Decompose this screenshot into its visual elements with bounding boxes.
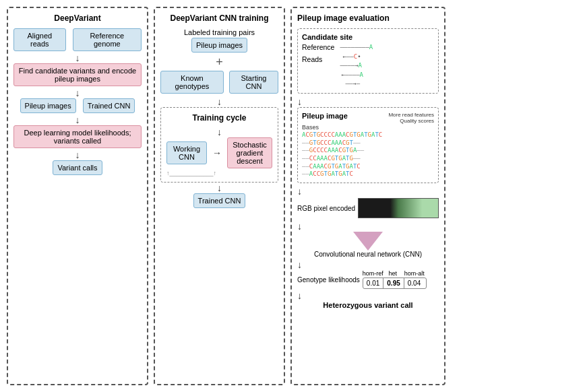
quality-scores-label: Quality scores — [388, 118, 434, 124]
left-top-row: Aligned reads Reference genome — [13, 28, 142, 51]
read3-line: ——CCAAACGTGATG—— — [302, 155, 434, 163]
genotype-row: Genotype likelihoods hom-ref het hom-alt… — [297, 270, 427, 289]
het-value: 0.95 — [383, 278, 404, 288]
right-arrow4: ↓ — [297, 260, 302, 269]
starting-cnn-box: Starting CNN — [229, 71, 278, 94]
genotype-label: Genotype likelihoods — [297, 276, 360, 284]
hom-ref-header: hom-ref — [363, 270, 383, 277]
right-arrow2: ↓ — [297, 187, 302, 196]
training-cycle-title: Training cycle — [192, 113, 246, 123]
pileup-images-box: Pileup images — [20, 98, 76, 113]
hom-alt-value: 0.04 — [404, 278, 424, 288]
mid-row2: Known genotypes Starting CNN — [160, 71, 278, 94]
working-cnn-box: Working CNN — [166, 141, 207, 164]
trained-cnn-left-box: Trained CNN — [83, 98, 135, 113]
back-arrow-hint: ↑_____________↑ — [166, 170, 216, 176]
dna-sequences: ACGTGCCCCAAACGTGATGATC ——GTGCCCAAACGT—— … — [302, 131, 434, 178]
deep-learning-box: Deep learning model likelihoods; variant… — [13, 125, 142, 148]
pileup-image-title: Pileup image — [302, 112, 348, 120]
genotype-headers: hom-ref het hom-alt — [363, 270, 427, 277]
reads-label: Reads — [302, 55, 334, 63]
find-candidate-box: Find candidate variants and encode pileu… — [13, 63, 142, 86]
rgb-label: RGB pixel encoded — [297, 205, 355, 212]
hom-alt-header: hom-alt — [402, 270, 427, 277]
mid-trained-cnn-box: Trained CNN — [193, 193, 246, 208]
training-cycle-box: Training cycle ↓ Working CNN → Stochasti… — [160, 107, 278, 183]
right-arrow5: ↓ — [297, 291, 302, 300]
left-panel: DeepVariant Aligned reads Reference geno… — [7, 7, 148, 385]
cnn-label: Convolutional neural network (CNN) — [314, 251, 422, 258]
read2-line: ——GCCCCAAACGTGA—— — [302, 147, 434, 155]
arrow4: ↓ — [75, 150, 80, 160]
read5-line: ——ACCGTGATGATC — [302, 170, 434, 178]
cnn-section: Convolutional neural network (CNN) — [297, 232, 439, 258]
mid-arrow1: ↓ — [217, 97, 222, 106]
arrow2: ↓ — [75, 88, 80, 98]
reference-genome-box: Reference genome — [73, 28, 142, 51]
tc-arrow1: ↓ — [217, 127, 222, 137]
candidate-site-title: Candidate site — [302, 33, 434, 41]
ref-seq-line: ACGTGCCCCAAACGTGATGATC — [302, 131, 434, 139]
labeled-training-label: Labeled training pairs — [184, 28, 255, 36]
arrow1: ↓ — [75, 53, 80, 63]
reads-visualization: ————————A ←——C• ————→A ←————A ——→— — [340, 43, 373, 89]
candidate-site-box: Candidate site Reference Reads ————————A… — [297, 28, 439, 94]
middle-panel: DeepVariant CNN training Labeled trainin… — [154, 7, 285, 385]
arrow3: ↓ — [75, 115, 80, 125]
bases-label: Bases — [302, 124, 434, 131]
candidate-content: Reference Reads ————————A ←——C• ————→A ←… — [302, 43, 434, 89]
het-header: het — [385, 270, 401, 277]
left-panel-title: DeepVariant — [54, 13, 100, 23]
stochastic-box: Stochastic gradient descent — [227, 137, 272, 168]
left-mid-row: Pileup images Trained CNN — [20, 98, 135, 113]
known-genotypes-box: Known genotypes — [160, 71, 224, 94]
pileup-header: Pileup image More read features Quality … — [302, 112, 434, 124]
read4-line: ——CAAACGTGATGATC — [302, 163, 434, 171]
tc-arrow-right: → — [212, 148, 222, 158]
rgb-pixel-visual — [358, 198, 439, 218]
aligned-reads-box: Aligned reads — [13, 28, 66, 51]
read1-line: ——GTGCCCAAACGT—— — [302, 139, 434, 148]
reference-label: Reference — [302, 43, 334, 51]
pileup-image-box: Pileup image More read features Quality … — [297, 107, 439, 183]
main-container: DeepVariant Aligned reads Reference geno… — [0, 0, 585, 392]
right-arrow3: ↓ — [297, 222, 302, 231]
middle-panel-title: DeepVariant CNN training — [170, 13, 268, 23]
heterozygous-call: Heterozygous variant call — [297, 301, 439, 309]
right-panel-title: Pileup image evaluation — [297, 13, 390, 23]
genotype-values: 0.01 0.95 0.04 — [363, 277, 427, 289]
tc-row: Working CNN → Stochastic gradient descen… — [166, 137, 272, 168]
mid-arrow2: ↓ — [217, 183, 222, 193]
right-arrow1: ↓ — [297, 97, 302, 106]
hom-ref-value: 0.01 — [363, 278, 383, 288]
variant-calls-box: Variant calls — [53, 160, 102, 175]
right-panel: Pileup image evaluation Candidate site R… — [290, 7, 445, 385]
ref-reads-labels: Reference Reads — [302, 43, 334, 63]
cnn-triangle-icon — [353, 232, 383, 251]
genotype-table-wrapper: hom-ref het hom-alt 0.01 0.95 0.04 — [363, 270, 427, 289]
rgb-row: RGB pixel encoded — [297, 197, 439, 220]
feature-labels: More read features Quality scores — [388, 112, 434, 124]
mid-pileup-images-box: Pileup images — [191, 38, 247, 53]
plus-sign: + — [216, 55, 223, 69]
more-features-label: More read features — [388, 112, 434, 118]
